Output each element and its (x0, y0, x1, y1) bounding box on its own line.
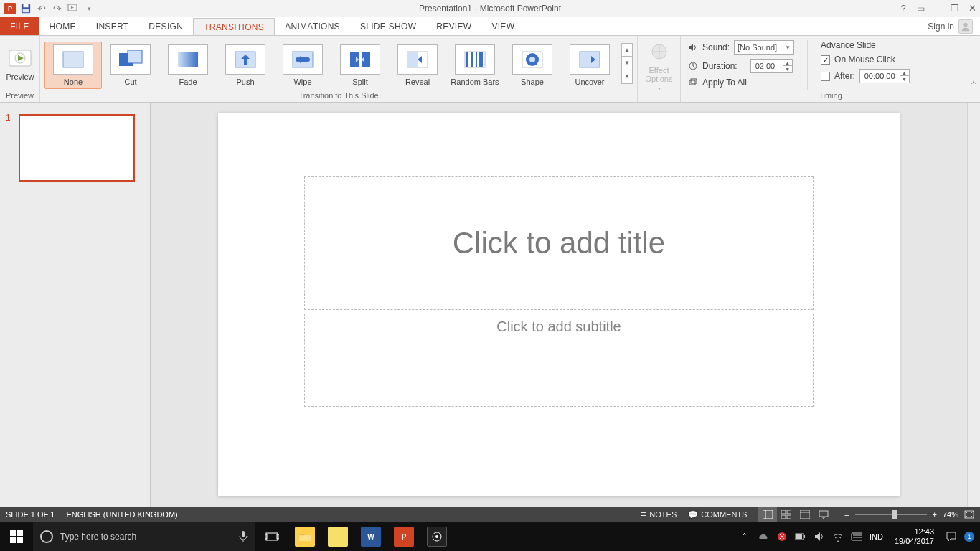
sound-combobox[interactable]: [No Sound]▼ (734, 40, 794, 55)
duration-spin-up[interactable]: ▲ (783, 60, 792, 66)
on-mouse-click-checkbox[interactable]: ✓ (821, 55, 830, 65)
help-button[interactable]: ? (897, 3, 910, 14)
transition-fade[interactable]: Fade (159, 42, 217, 89)
apply-to-all-button[interactable]: Apply To All (688, 77, 794, 88)
apply-to-all-label: Apply To All (702, 77, 747, 88)
tab-animations[interactable]: ANIMATIONS (275, 17, 350, 35)
taskbar-app-word[interactable]: W (354, 522, 387, 551)
tab-design[interactable]: DESIGN (138, 17, 193, 35)
reading-view-button[interactable] (796, 507, 814, 522)
zoom-in-button[interactable]: + (933, 510, 937, 519)
taskbar-search[interactable]: Type here to search (33, 522, 255, 551)
action-center-icon[interactable] (946, 531, 957, 542)
transition-cut[interactable]: Cut (102, 42, 159, 89)
undo-button[interactable]: ↶ (34, 1, 49, 16)
tab-slideshow[interactable]: SLIDE SHOW (350, 17, 426, 35)
taskbar-app-generic[interactable] (420, 522, 453, 551)
slide-thumbnail-1[interactable] (19, 114, 135, 182)
tab-review[interactable]: REVIEW (426, 17, 481, 35)
qat-more-icon[interactable]: ▾ (82, 1, 96, 16)
transition-uncover[interactable]: Uncover (561, 42, 618, 89)
svg-point-27 (529, 57, 535, 62)
transition-split-label: Split (352, 77, 367, 86)
slide-editor[interactable]: Click to add title Click to add subtitle (151, 103, 967, 507)
tray-volume-icon[interactable] (814, 531, 825, 542)
tab-file[interactable]: FILE (0, 17, 39, 35)
comments-button[interactable]: 💬COMMENTS (688, 510, 747, 519)
taskbar-app-stickynotes[interactable] (321, 522, 354, 551)
after-input[interactable]: 00:00.00▲▼ (859, 69, 910, 83)
tray-keyboard-icon[interactable] (851, 531, 862, 542)
minimize-button[interactable]: — (931, 3, 944, 14)
tray-language[interactable]: IND (870, 532, 883, 541)
gallery-scroll-down[interactable]: ▼ (621, 57, 633, 70)
vertical-scrollbar[interactable] (967, 103, 980, 507)
tray-power-icon[interactable] (795, 531, 806, 542)
gallery-scroll-up[interactable]: ▲ (621, 43, 633, 57)
ribbon-options-button[interactable]: ▭ (914, 4, 927, 14)
signin-button[interactable]: Sign in (920, 17, 980, 35)
transition-push[interactable]: Push (217, 42, 274, 89)
zoom-handle[interactable] (892, 510, 897, 519)
svg-rect-9 (128, 50, 142, 63)
ribbon: Preview Preview None Cut Fade (0, 35, 980, 103)
svg-point-4 (963, 22, 967, 26)
zoom-slider[interactable] (855, 514, 927, 515)
tab-insert[interactable]: INSERT (86, 17, 139, 35)
tab-home[interactable]: HOME (39, 17, 86, 35)
transition-random-bars[interactable]: Random Bars (446, 42, 504, 89)
transition-none[interactable]: None (44, 42, 102, 89)
duration-input[interactable]: 02.00▲▼ (750, 59, 793, 73)
tab-transitions[interactable]: TRANSITIONS (193, 18, 275, 36)
tray-network-icon[interactable] (832, 531, 844, 542)
task-view-button[interactable] (255, 522, 288, 551)
transition-reveal[interactable]: Reveal (389, 42, 446, 89)
start-button[interactable] (0, 522, 33, 551)
status-language[interactable]: ENGLISH (UNITED KINGDOM) (66, 510, 177, 519)
zoom-out-button[interactable]: – (844, 510, 849, 519)
zoom-level[interactable]: 74% (943, 510, 958, 519)
subtitle-placeholder[interactable]: Click to add subtitle (304, 314, 814, 407)
transition-split[interactable]: Split (331, 42, 389, 89)
transition-wipe[interactable]: Wipe (274, 42, 331, 89)
slide-sorter-button[interactable] (777, 507, 796, 522)
after-spin-down[interactable]: ▼ (900, 76, 909, 83)
tray-overflow-icon[interactable]: ˄ (739, 531, 750, 542)
timing-right-column: Advance Slide ✓ On Mouse Click After: 00… (821, 40, 910, 90)
after-checkbox[interactable] (821, 72, 830, 81)
group-transitions-gallery: None Cut Fade Push Wipe (40, 36, 638, 102)
transition-none-thumb (53, 44, 93, 75)
normal-view-button[interactable] (758, 507, 777, 522)
transition-shape[interactable]: Shape (504, 42, 561, 89)
close-button[interactable]: ✕ (966, 3, 979, 14)
svg-point-14 (296, 57, 300, 62)
save-button[interactable] (19, 1, 33, 16)
title-placeholder[interactable]: Click to add title (304, 176, 814, 310)
start-from-beginning-button[interactable] (66, 1, 80, 16)
transition-uncover-label: Uncover (575, 77, 605, 86)
slide-canvas[interactable]: Click to add title Click to add subtitle (218, 113, 900, 496)
mic-icon[interactable] (238, 530, 248, 543)
group-gallery-label: Transition to This Slide (40, 90, 637, 102)
tray-clock[interactable]: 12:43 19/04/2017 (890, 527, 938, 546)
redo-button[interactable]: ↷ (50, 1, 65, 16)
taskbar-app-powerpoint[interactable]: P (387, 522, 420, 551)
collapse-ribbon-button[interactable]: ㅅ (970, 77, 977, 88)
slide-thumbnails-pane[interactable]: 1 (0, 103, 151, 507)
tray-onedrive-icon[interactable] (758, 531, 769, 542)
status-slide-info: SLIDE 1 OF 1 (6, 510, 55, 519)
tray-security-icon[interactable] (776, 531, 788, 542)
transition-wipe-thumb (283, 44, 323, 75)
notes-button[interactable]: ≣NOTES (640, 510, 677, 519)
restore-button[interactable]: ❐ (948, 3, 961, 14)
tab-view[interactable]: VIEW (481, 17, 524, 35)
slideshow-view-button[interactable] (814, 507, 833, 522)
duration-spin-down[interactable]: ▼ (783, 66, 792, 72)
preview-button[interactable]: Preview (4, 39, 36, 90)
gallery-more-button[interactable]: ▾ (621, 70, 633, 84)
transition-push-thumb (225, 44, 265, 75)
taskbar-app-explorer[interactable] (288, 522, 321, 551)
fit-to-window-button[interactable] (964, 510, 974, 519)
svg-point-53 (435, 535, 438, 538)
after-spin-up[interactable]: ▲ (900, 70, 909, 76)
